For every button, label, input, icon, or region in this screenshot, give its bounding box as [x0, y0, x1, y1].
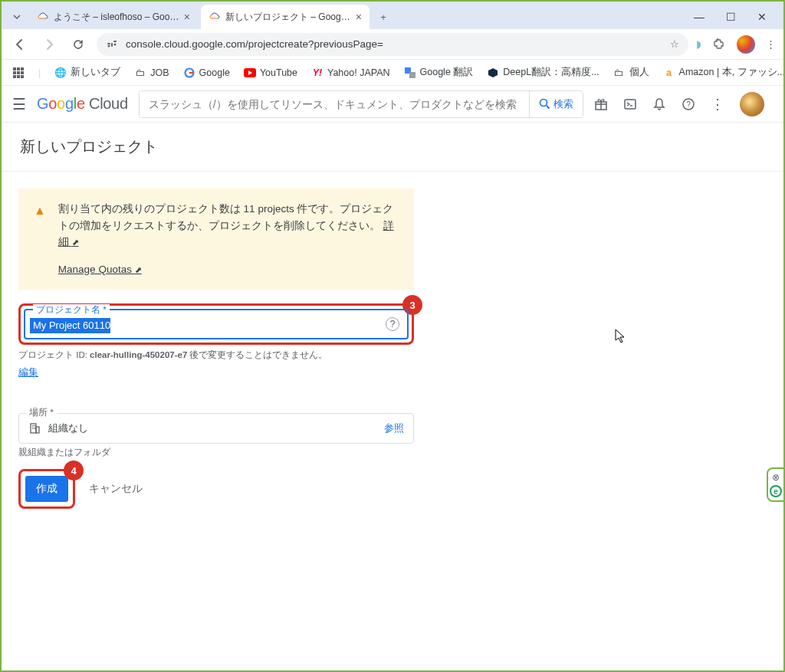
svg-rect-6 [17, 67, 20, 70]
address-bar[interactable]: console.cloud.google.com/projectcreate?p… [97, 33, 688, 56]
account-avatar[interactable] [740, 92, 764, 116]
gcp-favicon-icon [209, 11, 221, 23]
svg-rect-31 [34, 428, 36, 429]
external-link-icon: ⬈ [72, 238, 79, 247]
search-button[interactable]: 検索 [529, 91, 583, 117]
close-icon[interactable]: × [356, 11, 362, 23]
apps-grid-icon[interactable] [12, 67, 25, 79]
svg-rect-28 [32, 425, 34, 427]
separator: | [38, 67, 41, 78]
close-window-icon[interactable]: ✕ [757, 11, 767, 23]
svg-rect-17 [409, 72, 415, 78]
svg-rect-13 [21, 75, 24, 78]
project-name-input[interactable]: My Project 60110 [30, 318, 110, 333]
gift-icon[interactable] [594, 97, 608, 111]
location-field: 組織なし 参照 [18, 413, 414, 444]
youtube-icon [244, 67, 256, 79]
bookmark-job[interactable]: 🗀JOB [134, 67, 169, 79]
warning-icon: ▲ [34, 201, 46, 277]
field-help-icon[interactable]: ? [386, 317, 399, 331]
folder-icon: 🗀 [134, 67, 146, 79]
back-button[interactable] [9, 34, 31, 55]
minimize-icon[interactable]: — [694, 11, 705, 23]
yahoo-icon: Y! [311, 67, 324, 79]
search-box[interactable]: 検索 [139, 90, 583, 118]
tab-title: ようこそ – isleofhoso – Google Cl [54, 11, 179, 24]
gcp-favicon-icon [37, 11, 49, 23]
manage-quotas-link[interactable]: Manage Quotas ⬈ [58, 261, 142, 278]
svg-line-19 [547, 106, 550, 109]
svg-rect-11 [13, 75, 16, 78]
tab-dropdown[interactable] [8, 8, 26, 26]
tab-1[interactable]: 新しいプロジェクト – Google Cloud × [201, 5, 370, 29]
svg-text:?: ? [686, 100, 691, 108]
search-input[interactable] [140, 91, 529, 117]
side-widget[interactable]: ⊗ e [767, 467, 785, 502]
location-hint: 親組織またはフォルダ [18, 447, 414, 458]
svg-rect-27 [36, 427, 39, 433]
create-button[interactable]: 作成 [25, 476, 68, 502]
project-name-group: 3 プロジェクト名 * My Project 60110 ? [18, 303, 414, 345]
location-label: 場所 * [26, 407, 57, 418]
chrome-menu-icon[interactable]: ⋮ [766, 38, 776, 50]
deepl-icon [487, 67, 499, 79]
bookmark-star-icon[interactable]: ☆ [670, 38, 679, 50]
svg-rect-5 [13, 67, 16, 70]
more-menu-icon[interactable]: ⋮ [711, 96, 724, 113]
warn-projects: 11 projects [244, 203, 294, 215]
svg-rect-12 [17, 75, 20, 78]
amazon-icon: a [663, 67, 675, 79]
cloud-shell-icon[interactable] [623, 97, 637, 111]
extension-dolphin-icon[interactable]: ◗ [696, 38, 701, 50]
google-g-icon [183, 67, 195, 79]
bookmark-deepl[interactable]: DeepL翻訳：高精度... [487, 66, 599, 79]
forward-button[interactable] [38, 34, 60, 55]
svg-rect-8 [13, 71, 16, 74]
search-icon [539, 98, 550, 110]
bookmark-gtranslate[interactable]: Google 翻訳 [404, 66, 474, 79]
warn-text: 割り当て内の残りのプロジェクト数は [58, 203, 244, 215]
widget-close-icon[interactable]: ⊗ [772, 472, 780, 483]
mouse-cursor-icon [615, 329, 626, 344]
project-name-label: プロジェクト名 * [33, 304, 110, 316]
organization-icon [28, 422, 41, 434]
svg-rect-1 [111, 43, 113, 47]
bookmark-personal[interactable]: 🗀個人 [613, 66, 649, 79]
bookmark-amazon[interactable]: aAmazon | 本, ファッシ... [663, 66, 785, 79]
help-icon[interactable]: ? [682, 97, 695, 111]
reload-button[interactable] [67, 34, 89, 55]
maximize-icon[interactable]: ☐ [726, 11, 736, 23]
bookmark-youtube[interactable]: YouTube [244, 67, 297, 79]
bookmark-yahoo[interactable]: Y!Yahoo! JAPAN [311, 67, 390, 79]
translate-icon [404, 67, 416, 79]
page-title: 新しいプロジェクト [2, 123, 783, 172]
close-icon[interactable]: × [184, 11, 190, 23]
location-value: 組織なし [48, 421, 376, 435]
widget-e-icon[interactable]: e [770, 485, 782, 497]
svg-rect-10 [21, 71, 24, 74]
url-text: console.cloud.google.com/projectcreate?p… [126, 38, 383, 50]
svg-point-18 [540, 100, 547, 107]
svg-rect-30 [32, 428, 34, 429]
tab-0[interactable]: ようこそ – isleofhoso – Google Cl × [29, 5, 198, 29]
svg-rect-9 [17, 71, 20, 74]
create-wrap: 4 作成 [18, 469, 75, 509]
notifications-icon[interactable] [652, 97, 666, 111]
globe-icon: 🌐 [54, 67, 67, 79]
hamburger-menu-icon[interactable]: ☰ [12, 95, 26, 113]
site-settings-icon[interactable] [106, 38, 118, 51]
svg-rect-29 [34, 425, 36, 427]
cancel-button[interactable]: キャンセル [89, 482, 143, 496]
profile-avatar[interactable] [737, 35, 755, 54]
annotation-badge-4: 4 [64, 461, 84, 480]
svg-rect-2 [113, 41, 117, 42]
google-cloud-logo[interactable]: Google Cloud [37, 95, 128, 113]
browse-button[interactable]: 参照 [384, 421, 404, 435]
quota-warning: ▲ 割り当て内の残りのプロジェクト数は 11 projects 件です。プロジェ… [18, 188, 414, 290]
bookmark-newtab[interactable]: 🌐新しいタブ [54, 66, 120, 79]
svg-rect-0 [107, 43, 110, 44]
extensions-icon[interactable] [712, 38, 726, 51]
edit-link[interactable]: 編集 [18, 366, 38, 379]
new-tab-button[interactable]: + [373, 6, 394, 28]
bookmark-google[interactable]: Google [183, 67, 230, 79]
